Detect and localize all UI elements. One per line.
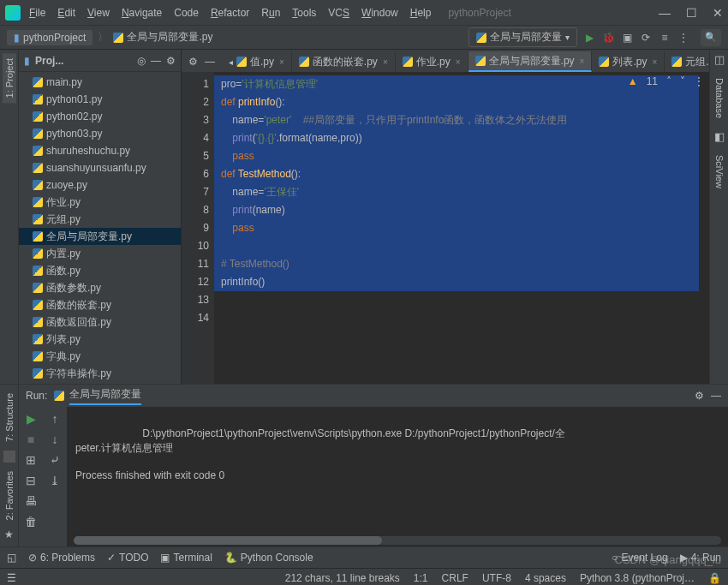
tree-item[interactable]: 函数返回值.py — [19, 313, 181, 331]
code-line[interactable] — [221, 237, 709, 255]
line-number[interactable]: 3 — [182, 111, 209, 129]
editor-tab[interactable]: 函数的嵌套.py× — [292, 51, 396, 72]
settings-icon[interactable]: ⚙ — [166, 55, 176, 67]
layout-button-2[interactable]: ⊟ — [26, 474, 36, 487]
tree-item[interactable]: 内置.py — [19, 245, 181, 262]
code-line[interactable]: def printInfo(): — [221, 93, 709, 111]
inspection-more-icon[interactable]: ⋮ — [694, 75, 704, 87]
maximize-button[interactable]: ☐ — [686, 6, 697, 20]
tree-item-external-libraries[interactable]: ▸ ⊞ External Libraries — [19, 382, 181, 384]
editor-tab[interactable]: 列表.py× — [592, 51, 665, 72]
editor-tab[interactable]: ◂值.py× — [222, 51, 292, 72]
editor-inspection-widget[interactable]: ▲ 11 ˄ ˅ ⋮ — [628, 75, 704, 87]
breadcrumb-file[interactable]: 全局与局部变量.py — [113, 30, 212, 45]
menu-tools[interactable]: Tools — [292, 7, 316, 19]
menu-navigate[interactable]: Navigate — [122, 7, 162, 19]
layout-button-1[interactable]: ⊞ — [26, 453, 36, 467]
code-line[interactable]: pass — [221, 147, 709, 165]
tool-tab-todo[interactable]: ✓TODO — [107, 552, 148, 564]
tree-item[interactable]: 函数.py — [19, 262, 181, 279]
editor-tab[interactable]: 全局与局部变量.py× — [468, 51, 593, 72]
code-line[interactable]: print('{}.{}'.format(name,pro)) — [221, 129, 709, 147]
line-number[interactable]: 13 — [182, 291, 209, 309]
scroll-to-end-button[interactable]: ⤓ — [50, 474, 60, 487]
menu-vcs[interactable]: VCS — [328, 7, 349, 19]
prev-highlight-button[interactable]: ˄ — [666, 75, 671, 87]
line-number[interactable]: 5 — [182, 147, 209, 165]
menu-view[interactable]: View — [87, 7, 110, 19]
menu-edit[interactable]: Edit — [57, 7, 75, 19]
project-tree[interactable]: main.pypython01.pypython02.pypython03.py… — [19, 72, 181, 384]
line-number[interactable]: 1 — [182, 75, 209, 93]
scroll-down-button[interactable]: ↓ — [52, 433, 58, 446]
structure-icon[interactable] — [3, 451, 15, 463]
debug-button[interactable]: 🐞 — [601, 31, 615, 45]
line-number[interactable]: 14 — [182, 309, 209, 327]
tool-tab-sciview[interactable]: SciView — [713, 150, 726, 194]
project-view-title[interactable]: Proj... — [35, 55, 132, 67]
delete-button[interactable]: 🗑 — [25, 515, 37, 528]
editor-settings-icon[interactable]: ⚙ — [188, 56, 198, 68]
close-tab-icon[interactable]: × — [279, 57, 284, 67]
database-icon[interactable]: ◫ — [714, 53, 725, 66]
code-line[interactable]: # TestMethod() — [221, 255, 709, 273]
code-line[interactable]: def TestMethod(): — [221, 165, 709, 183]
tree-item[interactable]: 字符串操作.py — [19, 365, 181, 382]
close-tab-icon[interactable]: × — [652, 57, 657, 67]
menu-file[interactable]: File — [29, 7, 45, 19]
collapse-all-icon[interactable]: — — [151, 55, 161, 67]
line-number[interactable]: 9 — [182, 219, 209, 237]
tree-item[interactable]: python01.py — [19, 91, 181, 108]
tool-tab-problems[interactable]: ⊘6: Problems — [28, 552, 95, 564]
scrollbar-thumb[interactable] — [74, 536, 382, 545]
concurrency-button[interactable]: ≡ — [658, 31, 671, 45]
menu-refactor[interactable]: Refactor — [211, 7, 249, 19]
status-indent[interactable]: 4 spaces — [525, 572, 566, 584]
run-hide-icon[interactable]: — — [711, 390, 721, 402]
next-highlight-button[interactable]: ˅ — [680, 75, 685, 87]
run-tab-title[interactable]: 全局与局部变量 — [69, 387, 141, 405]
editor-hide-icon[interactable]: — — [205, 56, 215, 68]
tree-item[interactable]: 元组.py — [19, 211, 181, 228]
menu-help[interactable]: Help — [410, 7, 432, 19]
tree-item[interactable]: 列表.py — [19, 331, 181, 348]
menu-code[interactable]: Code — [174, 7, 199, 19]
tool-tab-database[interactable]: Database — [713, 73, 726, 123]
status-line-separator[interactable]: CRLF — [442, 572, 468, 584]
tool-tab-favorites[interactable]: 2: Favorites — [3, 466, 16, 525]
rerun-button[interactable]: ▶ — [27, 412, 36, 426]
status-interpreter[interactable]: Python 3.8 (pythonProj… — [580, 572, 695, 584]
tree-item[interactable]: 函数的嵌套.py — [19, 296, 181, 313]
tree-item[interactable]: 字典.py — [19, 348, 181, 365]
close-tab-icon[interactable]: × — [456, 57, 461, 67]
print-button[interactable]: 🖶 — [25, 494, 37, 508]
search-everywhere-button[interactable]: 🔍 — [701, 29, 721, 46]
editor-tab[interactable]: 元组.py×▸ — [665, 51, 709, 72]
menu-run[interactable]: Run — [261, 7, 280, 19]
editor-gutter[interactable]: 1234567891011121314 — [182, 72, 214, 384]
scroll-up-button[interactable]: ↑ — [52, 412, 58, 426]
more-button[interactable]: ⋮ — [677, 31, 690, 45]
tree-item[interactable]: 全局与局部变量.py — [19, 228, 181, 245]
tool-tab-python-console[interactable]: 🐍Python Console — [224, 552, 313, 564]
code-line[interactable] — [221, 327, 709, 345]
code-line[interactable]: name='王保佳' — [221, 183, 709, 201]
code-line[interactable]: print(name) — [221, 201, 709, 219]
run-console-output[interactable]: D:\pythonProject1\pythonProject\venv\Scr… — [67, 407, 728, 546]
tool-tab-structure[interactable]: 7: Structure — [3, 388, 16, 447]
line-number[interactable]: 12 — [182, 273, 209, 291]
line-number[interactable]: 6 — [182, 165, 209, 183]
status-encoding[interactable]: UTF-8 — [482, 572, 511, 584]
close-button[interactable]: ✕ — [713, 6, 723, 20]
readonly-lock-icon[interactable]: 🔒 — [708, 572, 721, 584]
line-number[interactable]: 10 — [182, 237, 209, 255]
code-line[interactable]: name='peter' ##局部变量，只作用于printInfo函数，函数体之… — [221, 111, 709, 129]
tree-item[interactable]: python02.py — [19, 108, 181, 125]
tree-item[interactable]: main.py — [19, 74, 181, 91]
status-caret-position[interactable]: 1:1 — [414, 572, 428, 584]
line-number[interactable]: 8 — [182, 201, 209, 219]
stop-button[interactable]: ■ — [27, 433, 34, 446]
code-line[interactable] — [221, 291, 709, 309]
tree-item[interactable]: 作业.py — [19, 194, 181, 211]
code-line[interactable] — [221, 309, 709, 327]
